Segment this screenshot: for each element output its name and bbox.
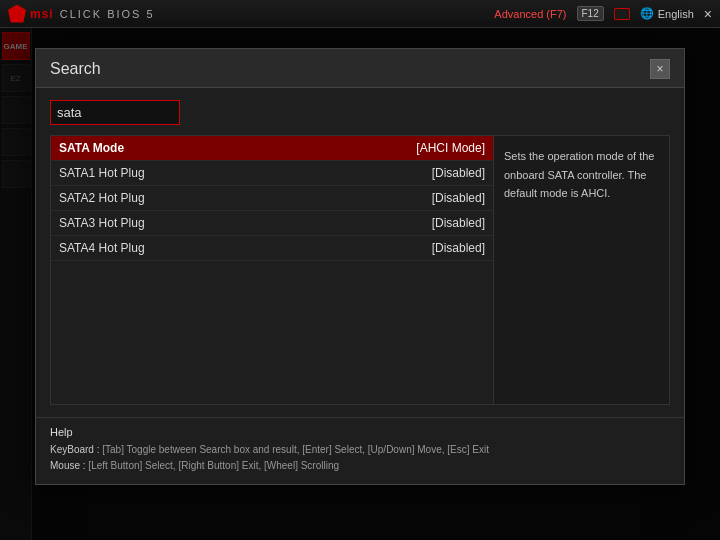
language-selector[interactable]: 🌐 English bbox=[640, 7, 694, 20]
mouse-help-line: Mouse : [Left Button] Select, [Right But… bbox=[50, 458, 670, 474]
help-bar: Help KeyBoard : [Tab] Toggle between Sea… bbox=[36, 417, 684, 484]
dialog-body: SATA Mode [AHCI Mode] SATA1 Hot Plug [Di… bbox=[36, 88, 684, 417]
screenshot-icon[interactable] bbox=[614, 8, 630, 20]
advanced-mode-label[interactable]: Advanced (F7) bbox=[494, 8, 566, 20]
f12-icon: F12 bbox=[577, 6, 604, 21]
search-input-wrapper bbox=[50, 100, 670, 125]
top-bar-right: Advanced (F7) F12 🌐 English × bbox=[494, 6, 712, 22]
result-value-sata3: [Disabled] bbox=[432, 216, 485, 230]
top-close-button[interactable]: × bbox=[704, 6, 712, 22]
results-list: SATA Mode [AHCI Mode] SATA1 Hot Plug [Di… bbox=[51, 136, 494, 404]
msi-logo: msi bbox=[8, 5, 54, 23]
mouse-help-label: Mouse : bbox=[50, 460, 86, 471]
dialog-header: Search × bbox=[36, 49, 684, 88]
result-name-sata3: SATA3 Hot Plug bbox=[59, 216, 432, 230]
keyboard-help-label: KeyBoard : bbox=[50, 444, 99, 455]
description-panel: Sets the operation mode of the onboard S… bbox=[494, 136, 669, 404]
result-row-sata3[interactable]: SATA3 Hot Plug [Disabled] bbox=[51, 211, 493, 236]
result-row-sata-mode[interactable]: SATA Mode [AHCI Mode] bbox=[51, 136, 493, 161]
result-value-sata1: [Disabled] bbox=[432, 166, 485, 180]
result-value-sata2: [Disabled] bbox=[432, 191, 485, 205]
result-name-sata4: SATA4 Hot Plug bbox=[59, 241, 432, 255]
modal-overlay: Search × SATA Mode [AHCI Mode] SATA1 Hot… bbox=[0, 28, 720, 540]
result-name-sata2: SATA2 Hot Plug bbox=[59, 191, 432, 205]
msi-dragon-icon bbox=[8, 5, 26, 23]
description-text: Sets the operation mode of the onboard S… bbox=[504, 150, 654, 199]
f12-badge[interactable]: F12 bbox=[577, 6, 604, 21]
search-dialog: Search × SATA Mode [AHCI Mode] SATA1 Hot… bbox=[35, 48, 685, 485]
keyboard-help-line: KeyBoard : [Tab] Toggle between Search b… bbox=[50, 442, 670, 458]
result-row-sata1[interactable]: SATA1 Hot Plug [Disabled] bbox=[51, 161, 493, 186]
mouse-help-text: [Left Button] Select, [Right Button] Exi… bbox=[88, 460, 339, 471]
top-bar: msi CLICK BIOS 5 Advanced (F7) F12 🌐 Eng… bbox=[0, 0, 720, 28]
msi-brand-text: msi bbox=[30, 7, 54, 21]
keyboard-help-text: [Tab] Toggle between Search box and resu… bbox=[102, 444, 489, 455]
results-area: SATA Mode [AHCI Mode] SATA1 Hot Plug [Di… bbox=[50, 135, 670, 405]
help-title: Help bbox=[50, 426, 670, 438]
search-input[interactable] bbox=[50, 100, 180, 125]
dialog-title: Search bbox=[50, 60, 101, 78]
result-value-sata4: [Disabled] bbox=[432, 241, 485, 255]
result-name-sata-mode: SATA Mode bbox=[59, 141, 416, 155]
result-row-sata2[interactable]: SATA2 Hot Plug [Disabled] bbox=[51, 186, 493, 211]
result-row-sata4[interactable]: SATA4 Hot Plug [Disabled] bbox=[51, 236, 493, 261]
bios-title: CLICK BIOS 5 bbox=[60, 8, 155, 20]
result-name-sata1: SATA1 Hot Plug bbox=[59, 166, 432, 180]
dialog-close-button[interactable]: × bbox=[650, 59, 670, 79]
top-bar-left: msi CLICK BIOS 5 bbox=[8, 5, 155, 23]
result-value-sata-mode: [AHCI Mode] bbox=[416, 141, 485, 155]
